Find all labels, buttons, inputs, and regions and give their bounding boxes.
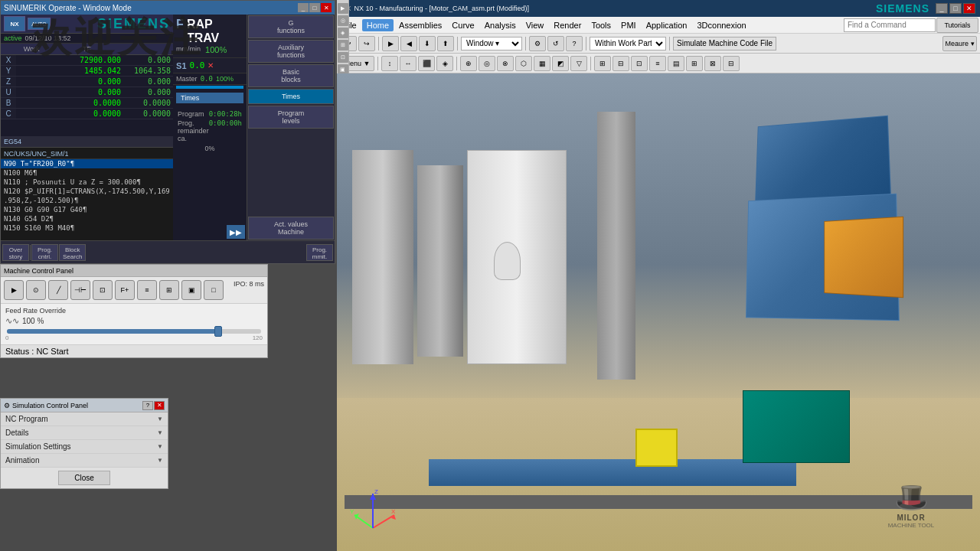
- nc-prog-ctrl-button[interactable]: Prog.cntrl.: [31, 244, 58, 261]
- svg-text:X: X: [391, 508, 396, 515]
- remainder-label: Prog. remainder ca.: [178, 119, 209, 142]
- nx-main-content: ▶ ◎ ◈ ⊞ ⊡ ▣ ◪ ⊙ ▶ ⊕: [337, 73, 980, 551]
- menu-pmi[interactable]: PMI: [616, 19, 641, 31]
- details-header[interactable]: Details ▼: [1, 426, 168, 439]
- times-tab[interactable]: Times: [176, 93, 243, 103]
- axis-header: Work TF: [1, 44, 173, 55]
- nx-restore-button[interactable]: □: [949, 3, 962, 14]
- mcp-btn-8[interactable]: ▣: [181, 280, 201, 300]
- tb2-btn-15[interactable]: ≡: [649, 56, 666, 71]
- mcp-btn-1[interactable]: ▶: [4, 280, 24, 300]
- tb2-btn-8[interactable]: ⬡: [515, 56, 532, 71]
- feed-pct: 100 %: [22, 317, 44, 325]
- active-indicator: active: [4, 34, 22, 42]
- tb2-btn-13[interactable]: ⊟: [612, 56, 629, 71]
- refresh-button[interactable]: ↺: [547, 36, 564, 51]
- menu-tools[interactable]: Tools: [586, 19, 616, 31]
- simulate-machine-btn[interactable]: Simulate Machine Code File: [673, 37, 776, 51]
- tb2-btn-4[interactable]: ◈: [436, 56, 453, 71]
- tb2-btn-9[interactable]: ▦: [534, 56, 550, 71]
- toolbar-btn-3[interactable]: ▶: [382, 36, 399, 51]
- orange-arm: [824, 217, 903, 298]
- nx-3d-viewport[interactable]: X Y Z 🎩 MILOR MACHINE TOOL: [337, 73, 980, 551]
- menu-application[interactable]: Application: [642, 19, 692, 31]
- animation-header[interactable]: Animation ▼: [1, 454, 168, 467]
- settings-button[interactable]: ⚙: [529, 36, 546, 51]
- auxiliary-functions-button[interactable]: Auxiliaryfunctions: [248, 40, 334, 63]
- g-functions-button[interactable]: Gfunctions: [248, 15, 334, 38]
- scp-help-button[interactable]: ?: [142, 401, 153, 410]
- tb2-btn-11[interactable]: ▽: [570, 56, 587, 71]
- mcp-btn-6[interactable]: ≡: [137, 280, 157, 300]
- mcp-btn-4[interactable]: ⊣⊢: [70, 280, 90, 300]
- menu-curve[interactable]: Curve: [447, 19, 479, 31]
- axis-val-z-2: 0.000: [123, 77, 173, 86]
- mcp-btn-7[interactable]: ⊞: [159, 280, 179, 300]
- tb2-btn-14[interactable]: ⊡: [631, 56, 648, 71]
- menu-3dconnexion[interactable]: 3Dconnexion: [692, 19, 750, 31]
- scp-close-panel-button[interactable]: Close: [58, 471, 110, 485]
- remainder-val: 0:00:00h: [209, 119, 242, 142]
- tb2-btn-19[interactable]: ⊟: [723, 56, 740, 71]
- nc-line: N110 ; Posunuti U za Z = 300.000¶: [1, 178, 173, 187]
- measure-button[interactable]: Meaure ▾: [942, 36, 977, 51]
- mcp-btn-9[interactable]: □: [204, 280, 224, 300]
- menu-assemblies[interactable]: Assemblies: [394, 19, 446, 31]
- toolbar-btn-2[interactable]: ↪: [358, 36, 375, 51]
- sinumerik-titlebar: SINUMERIK Operate - Window Mode _ □ ✕: [1, 1, 335, 15]
- nc-program-header[interactable]: NC Program ▼: [1, 412, 168, 425]
- tb2-btn-6[interactable]: ◎: [479, 56, 495, 71]
- feed-slider-track[interactable]: [7, 329, 261, 334]
- tb2-btn-1[interactable]: ↕: [381, 56, 398, 71]
- nx-close-button[interactable]: ✕: [963, 3, 975, 14]
- nx-minimize-button[interactable]: _: [936, 3, 948, 14]
- prog-mmit-button[interactable]: Prog.mmit.: [306, 244, 333, 261]
- axis-row-c: C 0.0000 0.0000: [1, 109, 173, 119]
- scroll-right-button[interactable]: ▶▶: [227, 225, 245, 239]
- tb2-btn-17[interactable]: ⊞: [686, 56, 703, 71]
- axis-label-y: Y: [1, 66, 16, 76]
- maximize-button[interactable]: □: [309, 3, 320, 12]
- tb2-btn-12[interactable]: ⊞: [594, 56, 611, 71]
- feed-slider-thumb[interactable]: [214, 326, 222, 337]
- auto-mode-indicator: AUTO: [28, 18, 51, 30]
- window-dropdown[interactable]: Window ▾: [461, 37, 522, 51]
- within-work-dropdown[interactable]: Within Work Part: [590, 37, 666, 51]
- toolbar-btn-5[interactable]: ⬇: [419, 36, 436, 51]
- menu-render[interactable]: Render: [549, 19, 586, 31]
- status-value: NC Start: [36, 347, 68, 356]
- toolbar-btn-6[interactable]: ⬆: [437, 36, 454, 51]
- tb2-btn-16[interactable]: ▤: [668, 56, 684, 71]
- mcp-btn-5[interactable]: ⊡: [93, 280, 113, 300]
- simulation-settings-header[interactable]: Simulation Settings ▼: [1, 440, 168, 453]
- block-search-button[interactable]: BlockSearch: [59, 244, 86, 261]
- tb2-btn-10[interactable]: ◩: [552, 56, 569, 71]
- nc-program-chevron-icon: ▼: [157, 416, 163, 422]
- remainder-time-row: Prog. remainder ca. 0:00:00h: [176, 119, 243, 143]
- scp-close-button[interactable]: ✕: [154, 401, 165, 410]
- times-button[interactable]: Times: [248, 89, 334, 104]
- overview-button[interactable]: Overstory: [2, 244, 29, 261]
- tb2-btn-7[interactable]: ⊗: [497, 56, 514, 71]
- tb2-btn-3[interactable]: ⬛: [418, 56, 435, 71]
- menu-home[interactable]: Home: [362, 19, 394, 31]
- find-command-input[interactable]: [844, 18, 936, 32]
- menu-view[interactable]: View: [521, 19, 549, 31]
- act-values-machine-button[interactable]: Act. valuesMachine: [248, 217, 334, 240]
- toolbar-btn-4[interactable]: ◀: [400, 36, 417, 51]
- tb2-btn-5[interactable]: ⊕: [460, 56, 477, 71]
- tutorials-button[interactable]: Tutorials: [936, 18, 978, 33]
- program-levels-button[interactable]: Programlevels: [248, 106, 334, 129]
- blue-platform: [429, 459, 796, 486]
- mcp-btn-2[interactable]: ⊙: [26, 280, 46, 300]
- menu-analysis[interactable]: Analysis: [480, 19, 521, 31]
- mcp-btn-f[interactable]: F+: [115, 280, 135, 300]
- tb2-btn-2[interactable]: ↔: [400, 56, 416, 71]
- close-button[interactable]: ✕: [321, 3, 332, 12]
- mcp-btn-3[interactable]: ╱: [48, 280, 68, 300]
- basic-blocks-button[interactable]: Basicblocks: [248, 64, 334, 87]
- master-label: Master: [176, 75, 198, 83]
- help-button[interactable]: ?: [566, 36, 583, 51]
- tb2-btn-18[interactable]: ⊠: [704, 56, 721, 71]
- minimize-button[interactable]: _: [298, 3, 309, 12]
